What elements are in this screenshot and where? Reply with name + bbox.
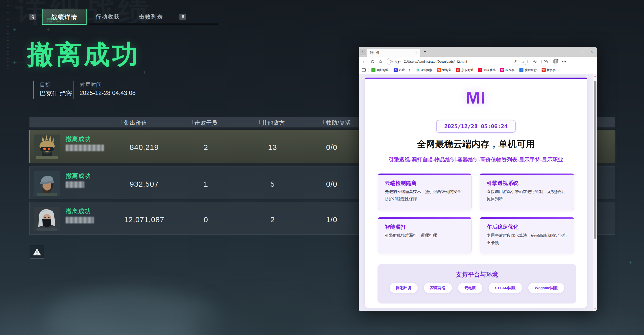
tab-defeat-list[interactable]: 击败列表 bbox=[137, 13, 165, 21]
tab-battle-details-label: 战绩详情 bbox=[43, 13, 86, 21]
column-tick bbox=[192, 120, 193, 124]
address-url[interactable]: C:/Users/Administrator/Downloads/mi2.htm… bbox=[404, 60, 467, 63]
browser-tab[interactable]: MI × bbox=[367, 49, 420, 57]
warning-icon bbox=[33, 248, 41, 256]
target-value: 巴克什-绝密 bbox=[40, 89, 72, 97]
browser-titlebar[interactable]: MI × + × bbox=[359, 47, 597, 57]
cell-kills: 1 bbox=[191, 180, 221, 188]
cell-rescue: 0/0 bbox=[314, 180, 349, 188]
tab-battle-details[interactable]: 战绩详情 HAWK. OPS bbox=[42, 9, 87, 25]
tab-action-gains[interactable]: 行动收获 bbox=[94, 13, 122, 21]
bookmark-item[interactable]: 特唯品会 bbox=[500, 68, 515, 72]
bookmark-item[interactable]: JD京东商城 bbox=[456, 68, 473, 72]
feature-card-title: 智能漏打 bbox=[385, 223, 406, 230]
cell-kills: 2 bbox=[191, 143, 221, 152]
favorite-star-icon[interactable]: ☆ bbox=[521, 59, 524, 63]
card-accent-bar bbox=[480, 217, 574, 219]
bookmark-label: 携程旅行 bbox=[525, 68, 537, 72]
warning-box[interactable] bbox=[30, 245, 44, 259]
card-accent-bar bbox=[378, 174, 471, 175]
browser-window: MI × + × ← ⌂ ⓘ 文件 C:/Users/Administrator… bbox=[359, 47, 597, 311]
ruler-ticks-decoration bbox=[7, 2, 9, 69]
feature-card: 智能漏打 引擎射线精准漏打，露哪打哪 bbox=[378, 217, 472, 253]
row-status: 撤离成功 bbox=[66, 172, 91, 180]
scrollbar-thumb[interactable] bbox=[594, 81, 596, 239]
back-icon[interactable]: ← bbox=[362, 57, 366, 66]
column-tick bbox=[122, 120, 122, 124]
feature-card-desc: 引擎射线精准漏打，露哪打哪 bbox=[385, 232, 465, 239]
feature-card-title: 云端检测隔离 bbox=[385, 180, 416, 187]
feature-card-title: 引擎透视系统 bbox=[487, 180, 518, 187]
browser-essentials-icon[interactable] bbox=[533, 57, 537, 66]
profile-avatar[interactable] bbox=[553, 57, 558, 66]
chevron-down-icon bbox=[362, 51, 364, 53]
browser-toolbar: ← ⌂ ⓘ 文件 C:/Users/Administrator/Download… bbox=[359, 57, 597, 66]
censored-player-name bbox=[66, 181, 84, 188]
key-hint-e: E bbox=[179, 14, 186, 20]
card-accent-bar bbox=[378, 217, 471, 219]
bookmark-item[interactable]: 百百度一下 bbox=[394, 68, 411, 72]
feature-card: 午后稳定优化 专用午后时段优化算法，确保高峰期稳定运行不卡顿 bbox=[480, 217, 574, 253]
smoke-decoration bbox=[191, 297, 322, 335]
bookmark-label: 唯品会 bbox=[506, 68, 515, 72]
window-close-button[interactable]: × bbox=[586, 47, 597, 57]
bookmark-favicon: 拼 bbox=[542, 68, 546, 72]
bookmark-favicon: ✓ bbox=[371, 68, 375, 72]
tab-decoration bbox=[47, 18, 58, 20]
target-label: 目标 bbox=[40, 81, 51, 89]
bookmark-item[interactable]: T天猫精选 bbox=[478, 68, 496, 72]
platform-pill: STEAM国服 bbox=[488, 283, 523, 293]
column-header-rescue: 救助/复活 bbox=[326, 119, 351, 127]
cell-rescue: 0/0 bbox=[314, 143, 349, 152]
platforms-section: 支持平台与环境 网吧环境 家庭网络 云电脑 STEAM国服 Wegame国服 bbox=[377, 264, 576, 304]
window-maximize-button[interactable] bbox=[576, 47, 586, 57]
page-headline: 全网最稳云端内存，单机可用 bbox=[365, 138, 587, 150]
favorites-bar-icon[interactable] bbox=[544, 57, 548, 66]
bookmark-label: 天猫精选 bbox=[483, 68, 496, 72]
settings-menu-icon[interactable]: ⋯ bbox=[562, 57, 566, 66]
tab-search-button[interactable] bbox=[360, 49, 366, 55]
tab-close-icon[interactable]: × bbox=[414, 50, 418, 55]
address-bar[interactable]: ⓘ 文件 C:/Users/Administrator/Downloads/mi… bbox=[387, 58, 528, 65]
platform-pill: 家庭网络 bbox=[424, 283, 452, 293]
platform-pill: 云电脑 bbox=[458, 283, 483, 293]
tab-decoration-text: HAWK. OPS bbox=[47, 20, 62, 23]
bookmark-favicon: JD bbox=[456, 68, 460, 72]
info-divider bbox=[33, 81, 34, 99]
home-icon[interactable]: ⌂ bbox=[379, 57, 382, 66]
scrollbar[interactable]: ▲ ▼ bbox=[593, 74, 597, 311]
page-viewport: MI 2025/12/28 05:06:24 全网最稳云端内存，单机可用 引擎透… bbox=[359, 74, 597, 311]
bookmark-favicon: 淘 bbox=[437, 68, 441, 72]
crosshair-decoration: + bbox=[629, 260, 632, 265]
bookmark-label: 拼多多 bbox=[547, 68, 556, 72]
bookmark-label: 爱淘宝 bbox=[442, 68, 451, 72]
cell-others: 13 bbox=[257, 143, 288, 152]
browser-tab-title: MI bbox=[375, 51, 379, 54]
bookmark-label: 360搜索 bbox=[421, 68, 432, 72]
window-minimize-button[interactable] bbox=[565, 47, 576, 57]
crosshair-decoration: + bbox=[13, 27, 16, 32]
bookmark-favicon: T bbox=[478, 68, 482, 72]
crosshair-decoration: + bbox=[13, 60, 16, 65]
bookmark-item[interactable]: O360搜索 bbox=[416, 68, 432, 72]
row-status: 撤离成功 bbox=[66, 207, 91, 215]
read-aloud-icon[interactable]: A) bbox=[514, 60, 517, 63]
bookmark-item[interactable]: ✓网址导航 bbox=[371, 68, 389, 72]
match-time-label: 对局时间 bbox=[80, 81, 102, 89]
cell-rescue: 1/0 bbox=[314, 215, 349, 224]
scroll-down-icon[interactable]: ▼ bbox=[593, 308, 597, 310]
timestamp-badge: 2025/12/28 05:06:24 bbox=[436, 120, 516, 133]
result-title: 撤离成功 bbox=[27, 37, 140, 73]
bookmark-item[interactable]: 拼拼多多 bbox=[542, 68, 556, 72]
sidebar-apps-icon[interactable] bbox=[362, 68, 366, 72]
new-tab-button[interactable]: + bbox=[422, 49, 428, 55]
cell-value: 840,219 bbox=[120, 143, 168, 152]
refresh-icon[interactable] bbox=[371, 57, 374, 66]
feature-card-desc: 专用午后时段优化算法，确保高峰期稳定运行不卡顿 bbox=[487, 232, 567, 247]
bookmark-item[interactable]: C携程旅行 bbox=[519, 68, 537, 72]
crosshair-decoration: + bbox=[47, 27, 50, 32]
scroll-up-icon[interactable]: ▲ bbox=[593, 75, 597, 77]
platform-pill: Wegame国服 bbox=[528, 283, 564, 293]
page-info-icon[interactable]: ⓘ bbox=[390, 60, 393, 64]
bookmark-item[interactable]: 淘爱淘宝 bbox=[437, 68, 451, 72]
